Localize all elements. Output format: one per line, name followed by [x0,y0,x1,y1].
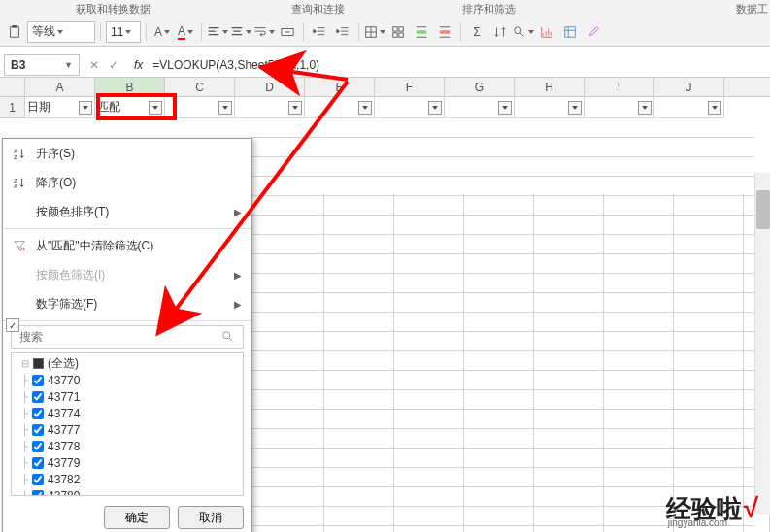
filter-button-A1[interactable] [79,101,92,115]
align-middle-icon[interactable] [230,21,251,43]
svg-text:Z: Z [14,153,17,160]
sort-filter-icon[interactable] [489,21,511,43]
filter-item[interactable]: ├43771 [14,388,241,405]
cell-A1[interactable]: 日期 [25,97,95,118]
cell-I1[interactable] [585,97,654,118]
filter-item[interactable]: ├43789 [14,487,241,496]
filter-button-I1[interactable] [638,101,652,115]
svg-rect-5 [399,26,403,30]
col-header-I[interactable]: I [585,78,654,97]
grid-icon[interactable] [387,21,409,43]
checkbox[interactable] [32,375,44,386]
checkbox[interactable] [32,391,44,403]
autosum-icon[interactable]: Σ [466,21,487,43]
cell-J1[interactable] [654,97,724,118]
svg-rect-0 [11,26,19,37]
filter-checkbox-list[interactable]: ⊟ (全选) ├43770 ├43771 ├43774 ├43777 ├4377… [11,352,244,496]
number-filter[interactable]: 数字筛选(F) ▶ [3,289,251,318]
formatting-toolbar: 等线 11 A A Σ [0,17,770,47]
col-header-G[interactable]: G [445,78,515,97]
scroll-thumb[interactable] [756,190,770,229]
cell-C1[interactable] [165,97,235,118]
accept-formula-icon[interactable]: ✓ [109,58,118,72]
svg-point-16 [223,332,230,339]
indent-increase-icon[interactable] [332,21,353,43]
sort-descending[interactable]: ZA 降序(O) [3,168,251,197]
row-delete-icon[interactable] [434,21,455,43]
row-header-1[interactable]: 1 [0,97,25,118]
filter-button-C1[interactable] [218,101,232,115]
sort-by-color[interactable]: 按颜色排序(T) ▶ [3,197,251,226]
checkbox[interactable] [32,457,44,469]
cell-B1[interactable]: 匹配 [95,97,165,118]
cancel-button[interactable]: 取消 [178,506,244,529]
svg-point-10 [515,26,521,33]
filter-button-B1[interactable] [149,101,162,115]
merge-icon[interactable] [277,21,298,43]
filter-item[interactable]: ├43779 [14,454,241,471]
align-left-icon[interactable] [207,21,228,43]
filter-button-G1[interactable] [498,101,512,115]
font-size-select[interactable]: 11 [106,21,141,43]
cell-G1[interactable] [445,97,515,118]
filter-search[interactable] [11,325,244,349]
filter-button-D1[interactable] [288,101,302,115]
col-header-C[interactable]: C [165,78,235,97]
checkbox[interactable] [32,408,44,419]
clear-filter[interactable]: 从"匹配"中清除筛选(C) [3,231,251,260]
filter-button-H1[interactable] [568,101,582,115]
chart-icon[interactable] [536,21,557,43]
col-header-A[interactable]: A [25,78,95,97]
formula-input[interactable]: =VLOOKUP(A3,Sheet5!A:A,1,0) [149,58,766,72]
checkbox[interactable] [32,441,44,452]
select-all-corner[interactable] [0,78,25,97]
cell-F1[interactable] [375,97,445,118]
col-header-E[interactable]: E [305,78,375,97]
filter-item[interactable]: ├43778 [14,438,241,454]
col-header-D[interactable]: D [235,78,305,97]
name-box[interactable]: B3 ▼ [4,54,80,76]
indent-decrease-icon[interactable] [309,21,330,43]
paste-icon[interactable] [4,21,25,43]
col-header-H[interactable]: H [515,78,585,97]
font-grow-icon[interactable]: A [151,21,173,43]
filter-item[interactable]: ├43782 [14,471,241,487]
filter-item[interactable]: ├43774 [14,405,241,421]
col-header-J[interactable]: J [654,78,724,97]
checkbox[interactable] [32,490,44,497]
checkbox[interactable] [32,424,44,436]
filter-button-F1[interactable] [428,101,442,115]
cancel-formula-icon[interactable]: ✕ [89,58,99,72]
clear-filter-icon [13,239,30,252]
brush-icon[interactable] [583,21,604,43]
filter-search-input[interactable] [19,330,221,344]
sort-desc-icon: ZA [13,176,30,189]
borders-icon[interactable] [364,21,385,43]
sort-ascending[interactable]: AZ 升序(S) [3,139,251,168]
filter-button-J1[interactable] [708,101,721,115]
filter-item-selectall[interactable]: ⊟ (全选) [14,355,241,372]
row-insert-icon[interactable] [411,21,432,43]
filter-button-E1[interactable] [358,101,372,115]
cell-H1[interactable] [515,97,585,118]
filter-item[interactable]: ├43777 [14,421,241,438]
cell-E1[interactable] [305,97,375,118]
pivot-icon[interactable] [559,21,581,43]
svg-text:A: A [14,183,18,189]
font-name-select[interactable]: 等线 [27,21,95,43]
col-header-overflow [724,78,770,97]
find-icon[interactable] [513,21,534,43]
fx-label[interactable]: fx [134,58,143,72]
ok-button[interactable]: 确定 [104,506,170,529]
col-header-F[interactable]: F [375,78,445,97]
checkbox[interactable] [32,474,44,485]
col-header-B[interactable]: B [95,78,165,97]
vertical-scrollbar[interactable] [754,173,770,515]
checkbox-selectall[interactable] [33,358,44,369]
filter-item[interactable]: ├43770 [14,372,241,388]
font-color-icon[interactable]: A [175,21,196,43]
chevron-right-icon: ▶ [234,270,242,281]
cell-D1[interactable] [235,97,305,118]
popup-side-checkbox[interactable] [6,318,19,332]
wrap-text-icon[interactable] [253,21,275,43]
